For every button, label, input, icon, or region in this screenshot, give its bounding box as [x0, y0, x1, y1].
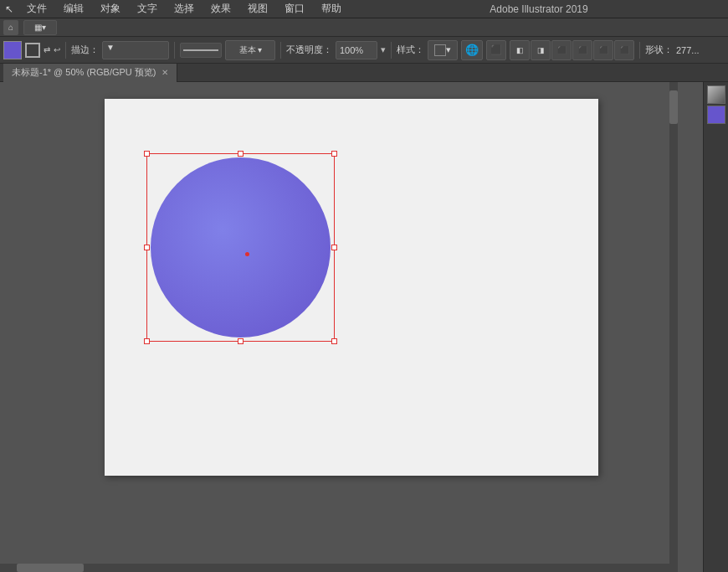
stroke-label: 描边： [71, 44, 99, 56]
stroke-color[interactable] [25, 43, 40, 58]
workspace-switcher[interactable]: ▦▾ [23, 20, 57, 35]
handle-bottom-center[interactable] [238, 338, 244, 344]
align-center-icon[interactable]: ◨ [531, 40, 551, 60]
main-area [0, 82, 728, 572]
align-right-icon[interactable]: ⬛ [551, 40, 572, 60]
tab-bar: 未标题-1* @ 50% (RGB/GPU 预览) ✕ [0, 64, 728, 82]
opacity-unit: ▾ [381, 44, 386, 55]
menu-item-select[interactable]: 选择 [166, 0, 203, 18]
menu-item-object[interactable]: 对象 [92, 0, 129, 18]
menu-item-text[interactable]: 文字 [129, 0, 166, 18]
handle-bottom-right[interactable] [331, 338, 337, 344]
canvas-area[interactable] [0, 82, 703, 572]
vertical-scrollbar[interactable] [669, 82, 678, 564]
tab-close-icon[interactable]: ✕ [161, 68, 168, 77]
title-bar: ⌂ ▦▾ [0, 18, 728, 37]
toolbar: ⇄ ↩ 描边： ▼ 基本▾ 不透明度： ▾ 样式： ▾ 🌐 ⬛ ◧ ◨ ⬛ ⬛ … [0, 37, 728, 64]
panel-swatch-gradient[interactable] [707, 85, 725, 104]
style-label: 样式： [397, 44, 424, 56]
stroke-line-preview [180, 43, 222, 58]
menu-item-window[interactable]: 窗口 [276, 0, 313, 18]
handle-middle-left[interactable] [144, 245, 150, 250]
align-bottom-icon[interactable]: ⬛ [614, 40, 634, 60]
handle-bottom-left[interactable] [144, 338, 150, 344]
stroke-style-select[interactable]: 基本▾ [225, 40, 275, 60]
panel-swatch-purple[interactable] [707, 106, 725, 124]
arrange-icons: ◧ ◨ ⬛ ⬛ ⬛ ⬛ [510, 40, 634, 60]
center-point [245, 252, 249, 256]
handle-top-right[interactable] [331, 151, 337, 157]
align-top-icon[interactable]: ⬛ [572, 40, 592, 60]
handle-top-left[interactable] [144, 151, 150, 157]
stroke-width-input[interactable]: ▼ [102, 41, 169, 59]
shape-label: 形状： [645, 44, 673, 56]
menu-item-effect[interactable]: 效果 [203, 0, 239, 18]
shape-value: 277... [676, 45, 700, 55]
artboard [105, 99, 598, 476]
menu-item-edit[interactable]: 编辑 [55, 0, 92, 18]
style-select[interactable]: ▾ [428, 40, 458, 60]
align-middle-icon[interactable]: ⬛ [593, 40, 613, 60]
menu-item-view[interactable]: 视图 [239, 0, 276, 18]
document-tab-label: 未标题-1* @ 50% (RGB/GPU 预览) [12, 66, 156, 79]
menu-item-cursor-icon: ↖ [0, 3, 18, 15]
menu-item-help[interactable]: 帮助 [313, 0, 350, 18]
color-swap-icon[interactable]: ⇄ [44, 45, 50, 54]
horizontal-scrollbar[interactable] [0, 564, 678, 572]
reset-colors-icon[interactable]: ↩ [54, 45, 60, 54]
handle-top-center[interactable] [238, 151, 244, 157]
arrange-back-icon[interactable]: ⬛ [486, 40, 506, 60]
app-title: Adobe Illustrator 2019 [350, 3, 728, 15]
right-panel [703, 82, 728, 572]
align-left-icon[interactable]: ◧ [510, 40, 530, 60]
home-icon[interactable]: ⌂ [3, 20, 18, 35]
ellipse-shape[interactable] [151, 157, 331, 338]
menu-bar: ↖ 文件 编辑 对象 文字 选择 效果 视图 窗口 帮助 Adobe Illus… [0, 0, 728, 18]
shape-container[interactable] [151, 157, 343, 350]
menu-item-file[interactable]: 文件 [18, 0, 55, 18]
opacity-label: 不透明度： [286, 44, 332, 56]
globe-icon[interactable]: 🌐 [461, 40, 483, 60]
handle-middle-right[interactable] [331, 245, 337, 250]
fill-color[interactable] [3, 41, 22, 59]
document-tab[interactable]: 未标题-1* @ 50% (RGB/GPU 预览) ✕ [3, 64, 177, 82]
opacity-input[interactable] [336, 41, 377, 59]
